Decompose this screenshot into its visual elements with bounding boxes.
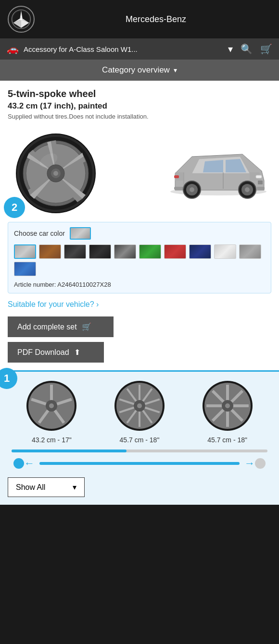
search-icon[interactable]: 🔍 [241,43,253,55]
car-image [165,135,271,207]
color-swatch-c11[interactable] [14,262,36,276]
color-grid [14,244,265,276]
svg-rect-18 [256,175,262,178]
slider-track [12,450,267,452]
bottom-carousel-section: 1 43.2 cm - 17"45.7 cm - 18"45.7 cm - 18… [0,370,279,505]
wheel-size-0: 43.2 cm - 17" [32,436,72,444]
carousel-wheel-2[interactable]: 45.7 cm - 18" [199,379,256,444]
color-swatch-c9[interactable] [214,244,236,259]
product-images: 2 [8,128,271,214]
color-section: Choose car color Article number: A246401… [8,222,271,293]
color-swatch-c6[interactable] [139,244,161,259]
download-icon: ⬆ [74,348,80,357]
carousel-wheel-0[interactable]: 43.2 cm - 17" [23,379,80,444]
svg-rect-19 [258,181,263,184]
product-subtitle: 43.2 cm (17 inch), painted [8,101,271,111]
svg-rect-22 [257,187,265,190]
pdf-button-label: PDF Download [17,348,69,357]
car-icon: 🚗 [7,43,19,55]
slider-thumb-right[interactable] [255,458,266,469]
color-swatch-c4[interactable] [89,244,111,259]
svg-point-8 [20,18,22,20]
slider-section: ← → [8,450,271,470]
product-title: 5-twin-spoke wheel [8,88,271,99]
nav-icons: ▾ 🔍 🛒 [228,43,272,55]
color-swatch-c10[interactable] [239,244,261,259]
add-complete-set-button[interactable]: Add complete set 🛒 [8,316,114,337]
cart-button-icon: 🛒 [82,322,91,331]
slider-right-arrow[interactable]: → [244,457,255,470]
cart-icon[interactable]: 🛒 [260,43,272,55]
svg-point-28 [190,187,194,192]
slider-fill [12,450,127,452]
color-label-row: Choose car color [14,227,265,240]
nav-title: Accessory for A-Class Saloon W1... [24,45,223,53]
brand-name: Mercedes-Benz [40,14,271,24]
wheel-thumb-2 [199,379,256,432]
product-description: Supplied without tires.Does not include … [8,113,271,120]
color-label-text: Choose car color [14,230,65,237]
dropdown-icon[interactable]: ▾ [228,43,233,55]
svg-point-65 [225,403,230,408]
nav-bar: 🚗 Accessory for A-Class Saloon W1... ▾ 🔍… [0,38,279,60]
slider-left-arrow[interactable]: ← [24,457,35,470]
svg-point-39 [49,403,54,408]
slider-thumb-left[interactable] [13,458,24,469]
color-swatch-c3[interactable] [64,244,86,259]
app-header: Mercedes-Benz [0,0,279,38]
slider-arrows: ← → [12,457,267,470]
svg-rect-21 [174,187,184,190]
svg-rect-20 [174,175,179,178]
color-swatch-c1[interactable] [14,244,36,259]
color-swatch-c5[interactable] [114,244,136,259]
carousel-wheel-1[interactable]: 45.7 cm - 18" [111,379,168,444]
slider-indicator [39,462,240,465]
wheel-thumb-0 [23,379,80,432]
selected-color-swatch[interactable] [70,227,91,240]
wheel-size-2: 45.7 cm - 18" [207,436,247,444]
main-content: 5-twin-spoke wheel 43.2 cm (17 inch), pa… [0,81,279,370]
color-swatch-c8[interactable] [189,244,211,259]
add-button-label: Add complete set [17,323,77,331]
show-all-chevron: ▾ [73,483,76,492]
category-chevron: ▾ [174,66,177,74]
svg-point-25 [245,187,250,192]
show-all-label: Show All [16,483,45,492]
mercedes-logo [8,6,35,33]
svg-point-15 [53,171,58,176]
wheel-thumb-1 [111,379,168,432]
category-label: Category overview [102,65,170,75]
article-number: Article number: A24640110027X28 [14,281,265,288]
color-swatch-c7[interactable] [164,244,186,259]
suitable-link[interactable]: Suitable for your vehicle? › [8,300,271,309]
svg-point-53 [137,403,142,408]
wheel-size-1: 45.7 cm - 18" [120,436,160,444]
pdf-download-button[interactable]: PDF Download ⬆ [8,342,104,363]
color-swatch-c2[interactable] [39,244,61,259]
wheel-carousel: 43.2 cm - 17"45.7 cm - 18"45.7 cm - 18" [8,379,271,444]
badge-2: 2 [4,197,25,218]
show-all-button[interactable]: Show All ▾ [8,477,85,497]
category-bar[interactable]: Category overview ▾ [0,60,279,81]
